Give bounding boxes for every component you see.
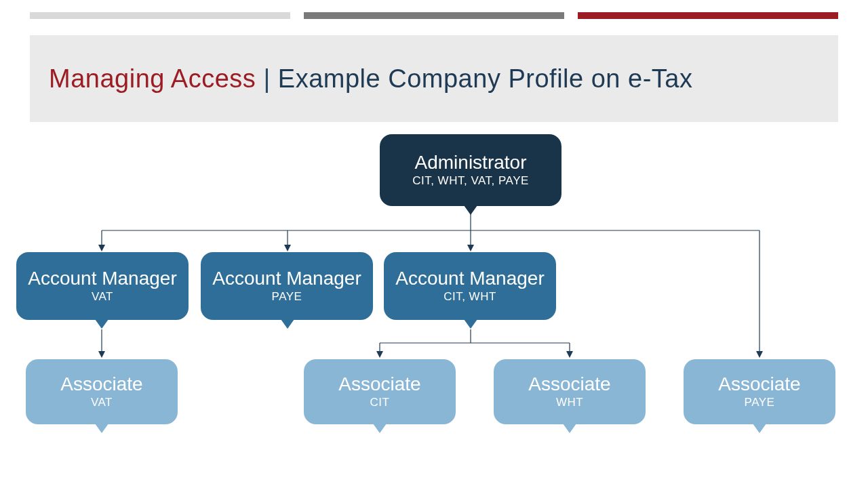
pointer-icon [464,319,477,329]
bar-red [578,12,838,19]
decorative-top-bars [30,12,838,19]
svg-marker-3 [98,245,105,251]
node-associate-paye: Associate PAYE [684,359,835,424]
title-primary: Managing Access [49,64,256,93]
node-associate-cit: Associate CIT [304,359,456,424]
node-sub: WHT [556,396,583,409]
svg-marker-9 [756,351,763,358]
node-role: Associate [528,374,610,395]
node-role: Account Manager [212,268,361,289]
node-role: Associate [338,374,420,395]
node-manager-vat: Account Manager VAT [16,252,189,320]
node-administrator: Administrator CIT, WHT, VAT, PAYE [380,134,561,206]
svg-marker-15 [376,351,383,358]
node-role: Administrator [415,152,527,174]
node-role: Account Manager [28,268,176,289]
svg-marker-5 [284,245,291,251]
node-sub: CIT, WHT, VAT, PAYE [412,174,529,188]
node-associate-wht: Associate WHT [494,359,646,424]
node-role: Account Manager [395,268,544,289]
node-role: Associate [60,374,142,395]
pointer-icon [373,424,387,433]
node-manager-cit-wht: Account Manager CIT, WHT [384,252,556,320]
pointer-icon [281,319,294,329]
svg-marker-11 [98,351,105,358]
node-role: Associate [718,374,800,395]
node-sub: VAT [91,396,113,409]
node-sub: VAT [92,290,113,304]
svg-marker-7 [467,245,474,251]
bar-mid [304,12,564,19]
node-manager-paye: Account Manager PAYE [201,252,373,320]
pointer-icon [563,424,576,433]
node-sub: PAYE [745,396,775,409]
pointer-icon [95,424,108,433]
title-separator: | [256,64,278,93]
title-secondary: Example Company Profile on e-Tax [278,64,693,93]
pointer-icon [753,424,766,433]
node-sub: CIT, WHT [443,290,496,304]
pointer-icon [95,319,108,329]
bar-light [30,12,290,19]
svg-marker-17 [566,351,573,358]
node-sub: CIT [370,396,390,409]
header-panel: Managing Access | Example Company Profil… [30,35,838,122]
node-sub: PAYE [272,290,302,304]
pointer-icon [464,205,477,215]
node-associate-vat: Associate VAT [26,359,178,424]
page-title: Managing Access | Example Company Profil… [49,64,692,94]
